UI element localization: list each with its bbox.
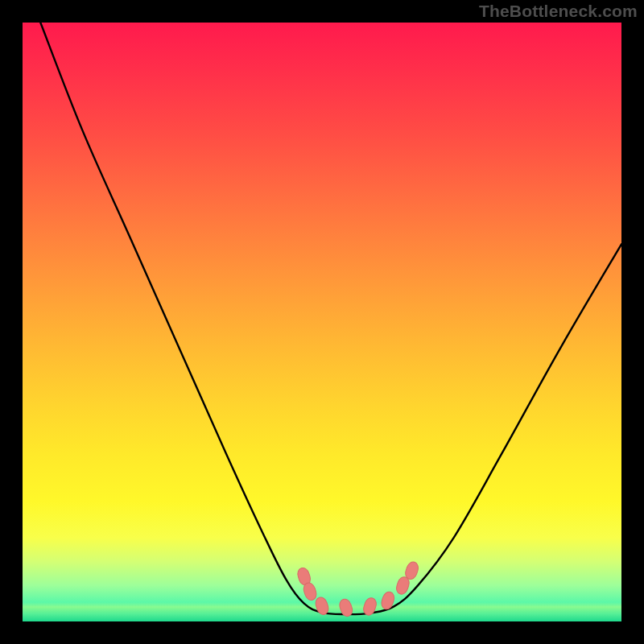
curve-layer [23, 23, 621, 621]
outer-frame: TheBottleneck.com [0, 0, 644, 644]
plot-area [23, 23, 621, 621]
watermark-text: TheBottleneck.com [479, 2, 638, 21]
bottleneck-curve [40, 23, 621, 614]
